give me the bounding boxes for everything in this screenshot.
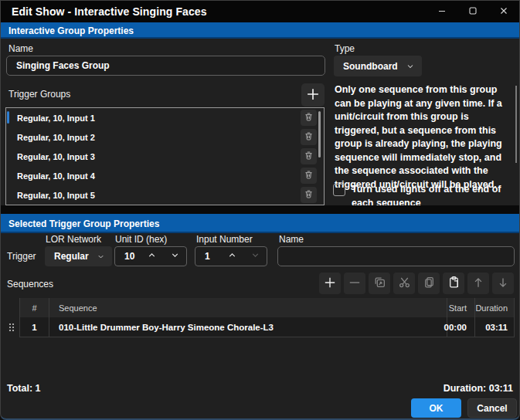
- trigger-group-label: Regular, 10, Input 5: [6, 191, 95, 200]
- name-label: Name: [8, 43, 33, 54]
- maximize-button[interactable]: [457, 1, 488, 22]
- trigger-group-label: Regular, 10, Input 3: [6, 152, 95, 161]
- column-header-sequence: Sequence: [49, 298, 447, 317]
- trigger-properties-header: Selected Trigger Group Properties: [1, 214, 519, 233]
- remove-sequence-button[interactable]: [344, 273, 365, 294]
- total-count: Total: 1: [7, 383, 41, 394]
- input-number-value[interactable]: 1: [195, 251, 220, 262]
- unit-id-spinner: 10: [114, 246, 187, 266]
- trigger-name-input[interactable]: [277, 246, 515, 266]
- input-number-label: Input Number: [196, 234, 253, 245]
- trigger-group-list-item[interactable]: Regular, 10, Input 4: [6, 166, 324, 185]
- trigger-name-label: Name: [279, 234, 304, 245]
- unit-id-label: Unit ID (hex): [115, 234, 167, 245]
- trigger-groups-scrollbar[interactable]: [318, 111, 321, 158]
- drag-handle-icon[interactable]: [4, 317, 19, 337]
- trigger-row-label: Trigger: [7, 251, 36, 262]
- move-down-button[interactable]: [492, 273, 514, 294]
- cut-icon-button[interactable]: [393, 273, 415, 294]
- paste-button[interactable]: [443, 273, 464, 294]
- trash-icon: [304, 112, 314, 124]
- sequences-table-header: # Sequence Start Duration: [4, 298, 515, 317]
- section-divider: [1, 205, 519, 214]
- copy-icon: [423, 276, 436, 291]
- unit-id-decrement-button[interactable]: [163, 247, 186, 266]
- sequence-row-start: 00:00: [447, 317, 474, 337]
- lights-off-checkbox[interactable]: [333, 184, 345, 196]
- close-icon: [498, 5, 510, 19]
- type-dropdown[interactable]: Soundboard: [334, 56, 422, 76]
- arrow-down-icon: [496, 276, 510, 292]
- cancel-button[interactable]: Cancel: [467, 398, 517, 418]
- column-header-num: #: [19, 298, 49, 317]
- copy-button[interactable]: [418, 273, 440, 294]
- input-number-spinner: 1: [195, 246, 267, 266]
- duplicate-button[interactable]: [369, 273, 390, 294]
- edit-show-dialog: Edit Show - Interactive Singing Faces In…: [0, 0, 520, 420]
- trigger-group-list-item[interactable]: Regular, 10, Input 1: [6, 108, 324, 127]
- sequences-label: Sequences: [7, 279, 53, 290]
- group-properties-header: Interactive Group Properties: [1, 22, 519, 39]
- window-title: Edit Show - Interactive Singing Faces: [1, 5, 207, 18]
- total-duration: Duration: 03:11: [444, 383, 513, 394]
- sequence-row-name: 010-Little Drummer Boy-Harry Simeone Cho…: [49, 317, 447, 337]
- sequence-table-row[interactable]: 1 010-Little Drummer Boy-Harry Simeone C…: [4, 317, 515, 337]
- clipboard-paste-icon: [447, 276, 461, 291]
- trigger-group-label: Regular, 10, Input 2: [6, 133, 95, 142]
- trigger-group-list-item[interactable]: Regular, 10, Input 3: [6, 147, 324, 166]
- delete-trigger-group-button[interactable]: [301, 148, 317, 164]
- column-header-duration: Duration: [474, 298, 515, 317]
- delete-trigger-group-button[interactable]: [301, 129, 317, 145]
- unit-id-value[interactable]: 10: [115, 251, 140, 262]
- trigger-groups-list: Regular, 10, Input 1 Regular, 10, Input …: [5, 107, 325, 205]
- chevron-down-icon: [97, 252, 105, 261]
- minimize-icon: [436, 5, 448, 19]
- group-name-input[interactable]: Singing Faces Group: [6, 56, 325, 76]
- sequence-row-duration: 03:11: [474, 317, 515, 337]
- arrow-up-icon: [471, 276, 485, 292]
- trash-icon: [304, 131, 314, 144]
- plus-icon: [305, 86, 321, 104]
- type-label: Type: [335, 43, 355, 54]
- trigger-groups-label: Trigger Groups: [8, 89, 70, 100]
- caption-buttons: [427, 1, 519, 22]
- chevron-up-icon: [227, 250, 237, 262]
- sequence-row-num: 1: [19, 317, 49, 337]
- move-up-button[interactable]: [467, 273, 489, 294]
- duplicate-icon: [373, 276, 386, 291]
- close-button[interactable]: [488, 1, 519, 22]
- trigger-group-list-item[interactable]: Regular, 10, Input 5: [6, 185, 324, 205]
- input-number-increment-button[interactable]: [220, 247, 243, 266]
- minimize-button[interactable]: [427, 1, 457, 22]
- trigger-group-list-item[interactable]: Regular, 10, Input 2: [6, 127, 324, 147]
- chevron-down-icon: [250, 250, 260, 262]
- delete-trigger-group-button[interactable]: [301, 168, 317, 184]
- selection-accent-bar: [7, 111, 9, 124]
- trash-icon: [304, 170, 314, 182]
- lor-network-label: LOR Network: [46, 234, 101, 245]
- minus-icon: [348, 276, 362, 292]
- titlebar: Edit Show - Interactive Singing Faces: [1, 1, 519, 22]
- sequences-table: # Sequence Start Duration 1 010-Little D…: [4, 298, 515, 337]
- add-sequence-button[interactable]: [319, 273, 341, 294]
- scissors-icon: [398, 276, 411, 291]
- lor-network-dropdown[interactable]: Regular: [45, 246, 112, 266]
- trigger-group-label: Regular, 10, Input 1: [6, 113, 95, 123]
- lor-network-value: Regular: [54, 251, 89, 262]
- trash-icon: [304, 151, 314, 163]
- group-description-text: Only one sequence from this group can be…: [335, 83, 515, 191]
- plus-icon: [323, 276, 337, 292]
- maximize-icon: [467, 5, 479, 19]
- description-scrollbar[interactable]: [515, 86, 517, 163]
- delete-trigger-group-button[interactable]: [301, 110, 317, 126]
- column-header-start: Start: [447, 298, 474, 317]
- unit-id-increment-button[interactable]: [140, 247, 163, 266]
- chevron-down-icon: [406, 62, 415, 71]
- input-number-decrement-button[interactable]: [243, 247, 267, 266]
- delete-trigger-group-button[interactable]: [301, 187, 317, 203]
- ok-button[interactable]: OK: [411, 398, 461, 418]
- chevron-down-icon: [170, 250, 180, 262]
- add-trigger-group-button[interactable]: [301, 83, 325, 107]
- sequences-toolbar: [319, 273, 514, 294]
- type-dropdown-value: Soundboard: [343, 61, 398, 72]
